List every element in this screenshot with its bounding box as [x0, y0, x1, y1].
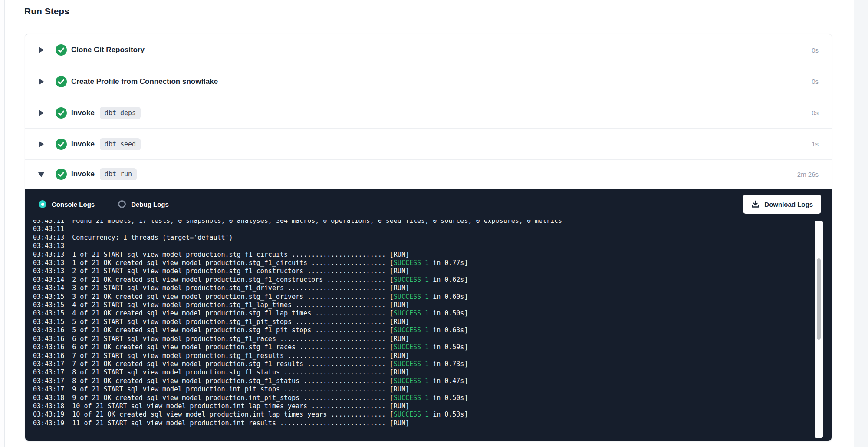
caret-right-icon[interactable]	[39, 141, 44, 147]
run-steps-card: Clone Git Repository0sCreate Profile fro…	[25, 34, 832, 441]
log-line: 03:43:13 1 of 21 OK created sql view mod…	[33, 259, 814, 267]
success-check-icon	[56, 107, 67, 119]
log-line: 03:43:18 9 of 21 OK created sql view mod…	[33, 394, 814, 402]
log-line: 03:43:13 1 of 21 START sql view model pr…	[33, 251, 814, 259]
step-label: Invoke	[71, 109, 95, 117]
step-duration: 0s	[812, 78, 819, 85]
step-label: Clone Git Repository	[71, 46, 145, 54]
log-line: 03:43:13	[33, 242, 814, 250]
step-duration: 1s	[812, 140, 819, 148]
log-line: 03:43:15 4 of 21 OK created sql view mod…	[33, 309, 814, 318]
step-label: Create Profile from Connection snowflake	[71, 77, 218, 86]
log-line: 03:43:16 7 of 21 START sql view model pr…	[33, 352, 814, 360]
caret-down-icon[interactable]	[39, 171, 44, 177]
run-step-row[interactable]: Create Profile from Connection snowflake…	[25, 66, 832, 97]
caret-right-icon[interactable]	[39, 79, 44, 85]
log-line: 03:43:13 Concurrency: 1 threads (target=…	[33, 234, 814, 242]
console-log-output: 03:43:11 Found 21 models, 17 tests, 0 sn…	[25, 220, 814, 441]
success-check-icon	[56, 139, 67, 150]
log-line: 03:43:17 9 of 21 START sql view model pr…	[33, 385, 814, 394]
caret-right-icon[interactable]	[39, 110, 44, 116]
log-line: 03:43:14 2 of 21 OK created sql view mod…	[33, 276, 814, 284]
radio-button-icon[interactable]	[118, 200, 126, 208]
log-line: 03:43:15 4 of 21 START sql view model pr…	[33, 301, 814, 309]
console-header: Console Logs Debug Logs Download Logs	[25, 189, 832, 220]
log-line: 03:43:11	[33, 225, 814, 233]
log-line: 03:43:16 6 of 21 OK created sql view mod…	[33, 343, 814, 351]
console-scrollbar-thumb[interactable]	[817, 258, 821, 340]
download-logs-button[interactable]: Download Logs	[743, 195, 821, 214]
log-line: 03:43:19 11 of 21 START sql view model p…	[33, 419, 814, 427]
page-title: Run Steps	[24, 6, 69, 17]
right-page-gutter	[854, 0, 868, 447]
debug-logs-label: Debug Logs	[131, 201, 169, 208]
left-page-gutter	[0, 0, 5, 447]
step-command-badge: dbt run	[100, 168, 137, 180]
log-line: 03:43:17 8 of 21 OK created sql view mod…	[33, 377, 814, 385]
step-label: Invoke	[71, 170, 95, 179]
log-line: 03:43:16 6 of 21 START sql view model pr…	[33, 335, 814, 343]
log-line: 03:43:11 Found 21 models, 17 tests, 0 sn…	[33, 220, 814, 225]
log-line: 03:43:19 10 of 21 OK created sql view mo…	[33, 411, 814, 419]
step-command-badge: dbt deps	[100, 107, 141, 119]
success-check-icon	[56, 76, 67, 87]
run-step-row[interactable]: Clone Git Repository0s	[25, 34, 832, 66]
log-line: 03:43:18 10 of 21 START sql view model p…	[33, 402, 814, 411]
log-line: 03:43:17 8 of 21 START sql view model pr…	[33, 368, 814, 377]
log-line: 03:43:14 3 of 21 START sql view model pr…	[33, 284, 814, 292]
run-step-row[interactable]: Invokedbt run2m 26s	[25, 159, 832, 189]
log-line: 03:43:15 3 of 21 OK created sql view mod…	[33, 293, 814, 301]
caret-right-icon[interactable]	[39, 47, 44, 53]
success-check-icon	[56, 44, 67, 56]
console-scrollbar-track[interactable]	[815, 221, 823, 438]
log-line: 03:43:16 5 of 21 OK created sql view mod…	[33, 326, 814, 334]
step-duration: 0s	[812, 46, 819, 54]
log-line: 03:43:17 7 of 21 OK created sql view mod…	[33, 360, 814, 368]
log-line: 03:43:15 5 of 21 START sql view model pr…	[33, 318, 814, 326]
success-check-icon	[56, 169, 67, 180]
console-panel: Console Logs Debug Logs Download Logs 03…	[25, 189, 832, 441]
console-logs-tab[interactable]: Console Logs	[39, 200, 95, 208]
log-line: 03:43:13 2 of 21 START sql view model pr…	[33, 267, 814, 275]
step-duration: 0s	[812, 109, 819, 116]
download-icon	[751, 200, 760, 209]
step-command-badge: dbt seed	[100, 138, 141, 150]
radio-button-icon[interactable]	[39, 200, 46, 208]
console-logs-label: Console Logs	[52, 201, 95, 208]
download-logs-label: Download Logs	[764, 201, 813, 208]
run-step-row[interactable]: Invokedbt seed1s	[25, 128, 832, 159]
step-label: Invoke	[71, 140, 95, 149]
run-step-row[interactable]: Invokedbt deps0s	[25, 97, 832, 128]
run-steps-list: Clone Git Repository0sCreate Profile fro…	[25, 34, 832, 189]
step-duration: 2m 26s	[797, 171, 819, 178]
debug-logs-tab[interactable]: Debug Logs	[118, 200, 169, 208]
